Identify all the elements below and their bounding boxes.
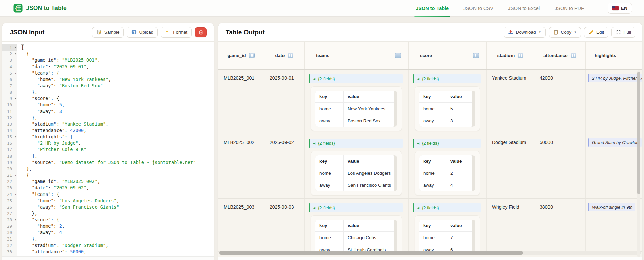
app-logo[interactable]: { JSON to Table [13,4,67,13]
line-number: 18 [2,153,17,159]
line-number: 20 [2,166,17,172]
nested-table-card: keyvaluehomeChicago CubsawaySt. Louis Ca… [311,215,402,251]
fields-collapse-badge[interactable]: ◀{2 fields} [309,74,403,83]
fold-arrow-icon[interactable]: ▾ [15,95,16,102]
column-pin-icon[interactable] [571,53,576,58]
app-logo-icon: { [13,4,23,13]
nested-value-cell: 7 [446,232,472,244]
cell-highlights: 2 HR by Judge, Pitcher Cole 9 K [586,70,642,134]
editor-line: 6 "home": "New York Yankees", [2,76,214,83]
fields-collapse-badge[interactable]: ◀{2 fields} [413,139,481,148]
nested-table-row: home2 [419,167,472,179]
fields-collapse-badge[interactable]: ◀{2 fields} [309,139,403,148]
editor-line: 13 "stadium": "Yankee Stadium", [2,121,214,127]
upload-button[interactable]: Upload [127,27,158,38]
full-button[interactable]: Full [611,27,635,38]
nested-value-cell: New York Yankees [344,103,394,115]
json-editor[interactable]: 1▾[2▾ {3 "game_id": "MLB2025_001",4 "dat… [2,42,214,260]
editor-line: 11 "away": 3 [2,108,214,115]
horizontal-scrollbar[interactable] [219,251,641,255]
cell-game-id: MLB2025_002 [218,134,264,198]
nested-column-header: key [419,155,446,167]
line-number: 11 [2,108,17,115]
nested-table-row: homeChicago Cubs [315,231,394,244]
editor-line: 10 "home": 5, [2,102,214,108]
column-pin-icon[interactable] [518,53,523,58]
clear-button[interactable] [195,27,207,37]
nested-table-row: homeLos Angeles Dodgers [315,167,394,179]
editor-scrollbar-area[interactable] [2,256,214,260]
column-header-game-id: game_id [218,42,264,69]
column-pin-icon[interactable] [249,53,255,58]
upload-button-label: Upload [139,30,153,35]
cell-date: 2025-09-01 [264,70,305,134]
language-selector[interactable]: EN [608,3,632,14]
fold-arrow-icon[interactable]: ▾ [15,51,16,57]
copy-button[interactable]: Copy▼ [549,27,581,38]
fold-arrow-icon[interactable]: ▾ [15,217,16,223]
column-label: highlights [595,53,616,58]
nested-table: keyvaluehome5away3 [419,91,472,127]
tab-json-to-table[interactable]: JSON to Table [416,0,449,17]
nested-table-card: keyvaluehome5away3 [415,86,480,131]
column-label: attendance [543,53,567,58]
nested-column-header: key [315,91,344,102]
format-button[interactable]: Format [161,27,192,38]
nested-table-card: keyvaluehome7away6 [415,215,480,251]
nested-table: keyvaluehomeChicago CubsawaySt. Louis Ca… [315,220,394,251]
json-input-header: JSON Input SampleUploadFormat [2,23,214,42]
fold-arrow-icon[interactable]: ▾ [15,134,16,140]
cell-stadium: Yankee Stadium [487,70,534,134]
fields-collapse-badge[interactable]: ◀{2 fields} [309,203,403,212]
column-pin-icon[interactable] [473,53,479,58]
upload-icon [131,30,137,35]
editor-line: 26 "away": "San Francisco Giants" [2,204,214,210]
download-icon [508,30,514,35]
line-number: 12 [2,115,17,121]
tab-json-to-csv[interactable]: JSON to CSV [463,0,493,17]
sparkles-icon [165,30,171,35]
editor-line: 29 "home": 2, [2,223,214,229]
line-number: 1▾ [2,44,17,51]
fold-arrow-icon[interactable]: ▾ [15,172,16,178]
column-pin-icon[interactable] [395,53,401,58]
sample-button[interactable]: Sample [92,27,124,38]
nested-table-row: away4 [419,179,472,191]
download-button[interactable]: Download▼ [504,27,546,38]
tab-json-to-excel[interactable]: JSON to Excel [508,0,540,17]
nested-table-header: keyvalue [419,155,472,167]
fold-arrow-icon[interactable]: ▾ [15,70,16,76]
main-nav: JSON to TableJSON to CSVJSON to ExcelJSO… [416,0,584,17]
horizontal-scrollbar-thumb[interactable] [219,251,523,255]
tab-json-to-pdf[interactable]: JSON to PDF [555,0,584,17]
fold-arrow-icon[interactable]: ▾ [15,44,16,51]
editor-line: 2▾ { [2,51,214,57]
nested-table: keyvaluehomeNew York YankeesawayBoston R… [315,91,394,127]
column-header-teams: teams [305,42,409,69]
highlight-pill: Walk-off single in 9th [588,203,635,211]
caret-down-icon: ▼ [574,31,577,34]
nested-value-cell: 2 [446,167,472,179]
editor-line: 33 "attendance": 50000, [2,249,214,255]
nested-column-header: value [446,155,472,167]
editor-line: 9▾ "score": { [2,95,214,102]
line-number: 33 [2,249,17,255]
fields-collapse-badge[interactable]: ◀{2 fields} [413,203,481,212]
nested-column-header: key [315,220,344,231]
language-label: EN [621,6,627,11]
nested-table-card: keyvaluehomeLos Angeles DodgersawaySan F… [311,151,402,196]
memo-icon [97,30,102,35]
column-pin-icon[interactable] [288,53,293,58]
edit-button[interactable]: Edit [584,27,608,38]
editor-line: 7 "away": "Boston Red Sox" [2,83,214,89]
column-header-stadium: stadium [487,42,534,69]
column-header-date: date [264,42,305,69]
fold-arrow-icon[interactable]: ▾ [15,191,16,198]
vertical-scrollbar[interactable] [637,70,640,257]
nested-value-cell: Los Angeles Dodgers [344,167,394,179]
fields-collapse-badge[interactable]: ◀{2 fields} [413,74,481,83]
nested-table-header: keyvalue [419,91,472,102]
nested-table-header: keyvalue [419,220,472,231]
vertical-scrollbar-thumb[interactable] [637,72,640,194]
line-number: 26 [2,204,17,210]
